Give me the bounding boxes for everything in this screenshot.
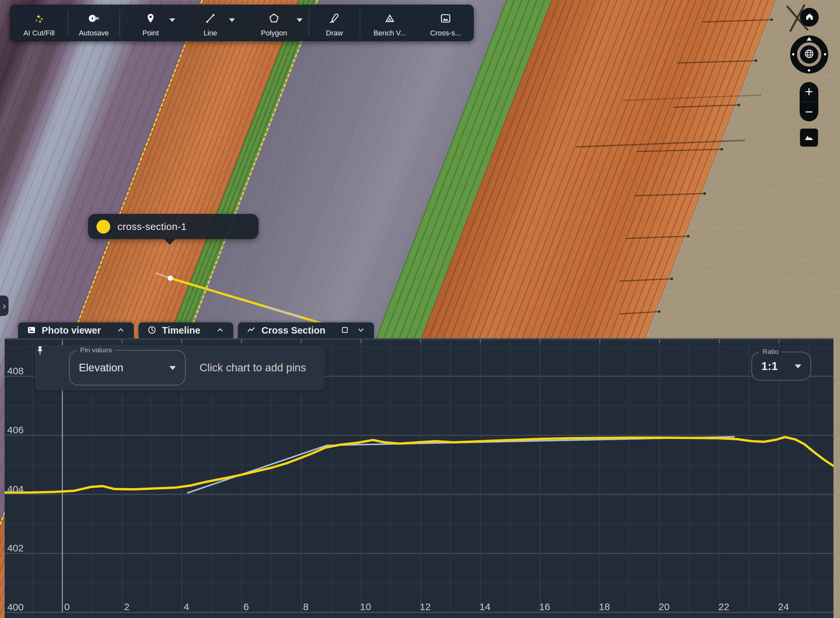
ratio-control-wrap: Ratio 1:1 — [751, 352, 811, 380]
x-tick-label: 14 — [479, 601, 490, 612]
zoom-out-button[interactable]: − — [800, 102, 818, 121]
globe-button[interactable] — [800, 45, 818, 64]
chevron-down-icon[interactable] — [297, 18, 303, 22]
app-window: cross-section-1 › AI Cut/FillAutosavePoi… — [0, 0, 840, 618]
toolbar-item-draw[interactable]: Draw — [310, 4, 359, 41]
polygon-icon — [268, 12, 280, 24]
chevron-down-icon — [169, 366, 176, 370]
x-tick-label: 0 — [64, 601, 70, 612]
cross-section-label-tooltip[interactable]: cross-section-1 — [88, 214, 259, 239]
toolbar-item-cross-s[interactable]: Cross-s... — [419, 4, 473, 41]
globe-icon — [804, 48, 815, 61]
y-tick-label: 402 — [7, 542, 24, 553]
toolbar-item-label: Line — [204, 29, 217, 37]
home-button[interactable] — [800, 8, 819, 27]
chevron-up-icon[interactable] — [116, 325, 125, 336]
pin-values-selected: Elevation — [79, 361, 123, 374]
toolbar-divider — [360, 10, 360, 36]
toolbar-item-autosave[interactable]: Autosave — [69, 4, 119, 41]
clock-icon — [147, 325, 157, 336]
compass-dot-east — [824, 53, 826, 55]
toolbar-item-label: Point — [143, 29, 159, 37]
x-tick-label: 12 — [420, 601, 431, 612]
toolbar-item-line[interactable]: Line — [180, 4, 240, 41]
chart-line-icon — [247, 325, 256, 336]
square-icon[interactable] — [340, 326, 349, 336]
toolbar-item-polygon[interactable]: Polygon — [240, 4, 308, 41]
y-tick-label: 408 — [7, 365, 24, 376]
toolbar-item-label: Bench V... — [373, 29, 406, 37]
vector-line-icon — [204, 12, 216, 24]
x-tick-label: 16 — [539, 601, 550, 612]
minus-icon: − — [805, 105, 813, 119]
left-panel-expander[interactable]: › — [0, 296, 9, 316]
toolbar-item-label: Draw — [326, 29, 343, 37]
toolbar-divider — [308, 10, 309, 36]
ratio-selected: 1:1 — [761, 360, 778, 373]
toolbar-item-ai-cut-fill[interactable]: AI Cut/Fill — [11, 4, 67, 41]
tab-label: Cross Section — [262, 325, 326, 336]
autosave-toggle-icon — [88, 12, 100, 24]
bottom-panel-tabs: Photo viewerTimelineCross Section — [18, 322, 374, 339]
plus-icon: + — [805, 85, 813, 99]
zoom-in-button[interactable]: + — [800, 82, 818, 101]
cross-section-image-icon — [440, 12, 452, 24]
zoom-control: + − — [800, 82, 818, 121]
tab-timeline[interactable]: Timeline — [138, 322, 233, 339]
x-tick-label: 24 — [778, 601, 789, 612]
toolbar-divider — [68, 10, 68, 36]
yellow-dot-icon — [97, 220, 110, 233]
pin-hint-text: Click chart to add pins — [199, 361, 306, 374]
toolbar-divider — [119, 10, 120, 36]
x-tick-label: 18 — [599, 601, 610, 612]
ratio-dropdown[interactable]: Ratio 1:1 — [751, 352, 811, 380]
pin-values-label: Pin values — [77, 346, 115, 354]
chevron-down-icon[interactable] — [229, 18, 235, 22]
map-pin-icon — [145, 12, 156, 24]
north-arrow-icon — [807, 37, 812, 41]
ratio-label: Ratio — [759, 348, 782, 356]
compass-control[interactable] — [790, 36, 828, 73]
toolbar-item-label: Polygon — [261, 29, 287, 37]
chevron-down-icon[interactable] — [169, 18, 175, 22]
toolbar-item-label: Cross-s... — [430, 29, 461, 37]
chevron-right-icon: › — [3, 300, 6, 311]
x-tick-label: 8 — [303, 601, 309, 612]
compass-dot-south — [808, 69, 810, 71]
chevron-down-icon[interactable] — [356, 325, 366, 336]
tab-label: Timeline — [162, 325, 201, 336]
toolbar-item-point[interactable]: Point — [121, 4, 180, 41]
toolbar-item-label: Autosave — [79, 29, 109, 37]
chevron-down-icon — [795, 364, 801, 368]
x-tick-label: 2 — [124, 601, 129, 612]
tab-photo-viewer[interactable]: Photo viewer — [18, 322, 134, 339]
chevron-up-icon[interactable] — [216, 325, 225, 336]
home-icon — [804, 12, 815, 23]
photo-icon — [27, 325, 36, 336]
x-tick-label: 22 — [718, 601, 729, 612]
compass-dot-west — [792, 53, 794, 55]
sparkles-icon — [33, 12, 45, 24]
x-tick-label: 20 — [659, 601, 669, 612]
y-tick-label: 406 — [7, 425, 24, 435]
y-tick-label: 400 — [7, 602, 24, 612]
terrain-icon — [804, 132, 815, 144]
draw-icon — [329, 12, 340, 24]
toolbar-item-bench-v[interactable]: Bench V... — [361, 4, 419, 41]
pin-controls-card: Pin values Elevation Click chart to add … — [35, 345, 325, 390]
cross-section-label: cross-section-1 — [117, 221, 187, 232]
tab-label: Photo viewer — [42, 325, 101, 336]
pin-values-dropdown[interactable]: Pin values Elevation — [69, 350, 186, 385]
drawing-toolbar: AI Cut/FillAutosavePointLinePolygonDrawB… — [10, 4, 474, 41]
toolbar-item-label: AI Cut/Fill — [23, 29, 55, 37]
bench-icon — [384, 12, 396, 24]
cross-section-panel: 400402404406408024681012141618202224 Pin… — [4, 338, 833, 618]
y-tick-label: 404 — [7, 483, 24, 494]
x-tick-label: 6 — [244, 601, 249, 612]
x-tick-label: 10 — [360, 601, 371, 612]
terrain-layer-button[interactable] — [800, 129, 818, 147]
x-tick-label: 4 — [184, 601, 189, 612]
tab-cross-section[interactable]: Cross Section — [238, 322, 374, 339]
